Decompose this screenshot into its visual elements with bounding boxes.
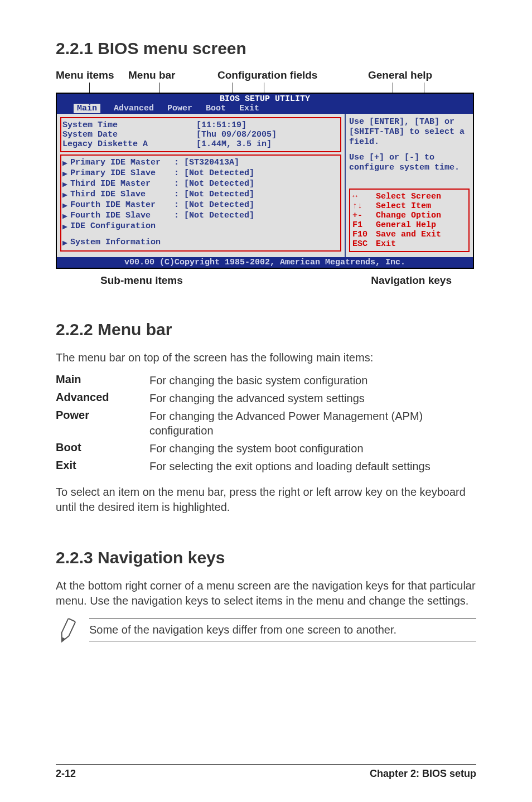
sub-ide-0[interactable]: ▶Primary IDE Master: [ST320413A] xyxy=(62,158,339,168)
def-row-main: MainFor changing the basic system config… xyxy=(56,373,476,388)
desc-advanced: For changing the advanced system setting… xyxy=(149,391,476,405)
nav-k-2: +- xyxy=(352,211,376,220)
row-system-date[interactable]: System Date [Thu 09/08/2005] xyxy=(62,130,339,139)
help-text-1: Use [ENTER], [TAB] or [SHIFT-TAB] to sel… xyxy=(349,117,470,147)
v-legacy: [1.44M, 3.5 in] xyxy=(174,139,339,149)
row-legacy[interactable]: Legacy Diskette A [1.44M, 3.5 in] xyxy=(62,139,339,149)
sub-k-0: Primary IDE Master xyxy=(70,158,174,168)
tab-advanced[interactable]: Advanced xyxy=(114,104,154,113)
tab-exit[interactable]: Exit xyxy=(239,104,259,113)
triangle-icon: ▶ xyxy=(62,190,70,200)
sub-ide-5[interactable]: ▶Fourth IDE Slave: [Not Detected] xyxy=(62,211,339,221)
label-menu-bar: Menu bar xyxy=(128,69,217,81)
def-row-power: PowerFor changing the Advanced Power Man… xyxy=(56,409,476,438)
label-config-fields: Configuration fields xyxy=(217,69,346,81)
section-title-1: 2.2.1 BIOS menu screen xyxy=(56,39,476,58)
nav-row-2: +-Change Option xyxy=(352,211,466,220)
s2-outro: To select an item on the menu bar, press… xyxy=(56,485,476,515)
desc-main: For changing the basic system configurat… xyxy=(149,373,476,388)
bios-menubar: BIOS SETUP UTILITY Main Advanced Power B… xyxy=(57,94,473,114)
k-system-date: System Date xyxy=(62,130,174,139)
sub-k-2: Third IDE Master xyxy=(70,179,174,190)
nav-k-4: F10 xyxy=(352,230,376,239)
nav-row-5: ESCExit xyxy=(352,239,466,249)
nav-v-2: Change Option xyxy=(376,211,441,220)
sub-k-6: IDE Configuration xyxy=(70,221,174,232)
nav-k-5: ESC xyxy=(352,239,376,249)
triangle-icon: ▶ xyxy=(62,200,70,211)
k-system-time: System Time xyxy=(62,120,174,130)
tab-power[interactable]: Power xyxy=(167,104,192,113)
nav-row-0: ↔Select Screen xyxy=(352,192,466,201)
note-text: Some of the navigation keys differ from … xyxy=(89,619,476,641)
sub-v-3: : [Not Detected] xyxy=(174,190,254,200)
page-number: 2-12 xyxy=(56,768,76,780)
label-general-help: General help xyxy=(368,69,446,81)
submenu-box: ▶Primary IDE Master: [ST320413A] ▶Primar… xyxy=(60,154,341,252)
nav-keys-box: ↔Select Screen ↑↓Select Item +-Change Op… xyxy=(349,189,470,252)
row-system-time[interactable]: System Time [11:51:19] xyxy=(62,120,339,130)
def-row-boot: BootFor changing the system boot configu… xyxy=(56,441,476,456)
tab-main[interactable]: Main xyxy=(74,104,100,113)
nav-v-0: Select Screen xyxy=(376,192,441,201)
nav-v-5: Exit xyxy=(376,239,396,249)
bios-diagram: Menu items Menu bar Configuration fields… xyxy=(56,69,476,287)
sub-ide-3[interactable]: ▶Third IDE Slave: [Not Detected] xyxy=(62,190,339,200)
nav-k-3: F1 xyxy=(352,220,376,230)
sub-v-5: : [Not Detected] xyxy=(174,211,254,221)
label-navigation-keys: Navigation keys xyxy=(371,274,452,287)
nav-row-4: F10Save and Exit xyxy=(352,230,466,239)
sub-k-1: Primary IDE Slave xyxy=(70,168,174,179)
sub-k-5: Fourth IDE Slave xyxy=(70,211,174,221)
def-row-exit: ExitFor selecting the exit options and l… xyxy=(56,459,476,474)
sub-k-3: Third IDE Slave xyxy=(70,190,174,200)
pencil-icon xyxy=(52,616,81,645)
triangle-icon: ▶ xyxy=(62,179,70,190)
v-system-date: [Thu 09/08/2005] xyxy=(174,130,339,139)
nav-k-0: ↔ xyxy=(352,192,376,201)
term-advanced: Advanced xyxy=(56,391,149,405)
sub-v-2: : [Not Detected] xyxy=(174,179,254,190)
sub-k-4: Fourth IDE Master xyxy=(70,200,174,211)
def-row-advanced: AdvancedFor changing the advanced system… xyxy=(56,391,476,405)
triangle-icon: ▶ xyxy=(62,211,70,221)
term-boot: Boot xyxy=(56,441,149,456)
sub-ide-2[interactable]: ▶Third IDE Master: [Not Detected] xyxy=(62,179,339,190)
top-fields-box: System Time [11:51:19] System Date [Thu … xyxy=(60,117,341,152)
desc-exit: For selecting the exit options and loadi… xyxy=(149,459,476,474)
nav-v-3: General Help xyxy=(376,220,436,230)
desc-boot: For changing the system boot configurati… xyxy=(149,441,476,456)
term-main: Main xyxy=(56,373,149,388)
triangle-icon: ▶ xyxy=(62,168,70,179)
nav-row-3: F1General Help xyxy=(352,220,466,230)
bios-footer: v00.00 (C)Copyright 1985-2002, American … xyxy=(57,257,473,268)
s2-intro: The menu bar on top of the screen has th… xyxy=(56,350,476,365)
page-footer: 2-12 Chapter 2: BIOS setup xyxy=(56,764,476,780)
label-sub-menu-items: Sub-menu items xyxy=(100,274,183,287)
sub-k-sysinfo: System Information xyxy=(70,238,174,248)
nav-v-1: Select Item xyxy=(376,201,431,211)
tab-boot[interactable]: Boot xyxy=(206,104,226,113)
term-power: Power xyxy=(56,409,149,438)
triangle-icon: ▶ xyxy=(62,221,70,232)
sub-ide-6[interactable]: ▶IDE Configuration xyxy=(62,221,339,232)
nav-row-1: ↑↓Select Item xyxy=(352,201,466,211)
nav-v-4: Save and Exit xyxy=(376,230,441,239)
s3-intro: At the bottom right corner of a menu scr… xyxy=(56,578,476,608)
sub-v-1: : [Not Detected] xyxy=(174,168,254,179)
help-text-2: Use [+] or [-] to configure system time. xyxy=(349,153,470,173)
sub-v-4: : [Not Detected] xyxy=(174,200,254,211)
bios-title: BIOS SETUP UTILITY xyxy=(57,94,473,104)
term-exit: Exit xyxy=(56,459,149,474)
sub-sysinfo[interactable]: ▶System Information xyxy=(62,238,339,248)
k-legacy: Legacy Diskette A xyxy=(62,139,174,149)
triangle-icon: ▶ xyxy=(62,238,70,248)
sub-v-0: : [ST320413A] xyxy=(174,158,239,168)
v-system-time: [11:51:19] xyxy=(174,120,339,130)
bios-window: BIOS SETUP UTILITY Main Advanced Power B… xyxy=(56,93,474,269)
triangle-icon: ▶ xyxy=(62,158,70,168)
section-title-2: 2.2.2 Menu bar xyxy=(56,320,476,339)
sub-ide-4[interactable]: ▶Fourth IDE Master: [Not Detected] xyxy=(62,200,339,211)
chapter-label: Chapter 2: BIOS setup xyxy=(370,768,476,780)
sub-ide-1[interactable]: ▶Primary IDE Slave: [Not Detected] xyxy=(62,168,339,179)
